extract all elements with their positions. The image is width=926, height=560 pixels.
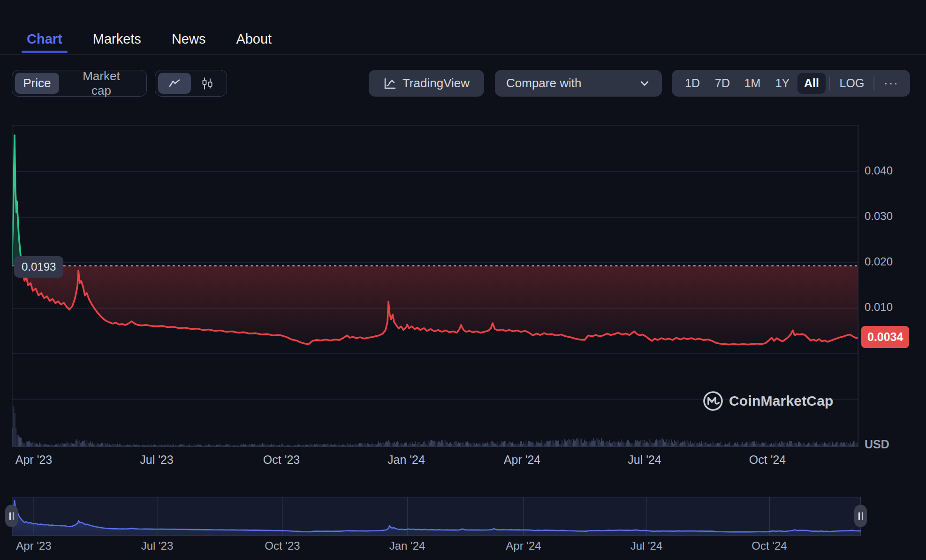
x-axis-label: Oct '23 — [263, 453, 300, 467]
handle-grip-icon — [9, 512, 11, 520]
y-axis-label: 0.030 — [865, 210, 893, 223]
chart-type-toggle — [155, 70, 227, 97]
current-price-badge: 0.0034 — [861, 326, 909, 348]
tradingview-label: TradingView — [402, 76, 470, 91]
navigator-x-axis: Apr '23Jul '23Oct '23Jan '24Apr '24Jul '… — [0, 539, 926, 556]
tab-chart[interactable]: Chart — [27, 31, 62, 47]
handle-grip-icon — [858, 512, 860, 520]
currency-label: USD — [865, 438, 889, 451]
coinmarketcap-logo-icon — [702, 390, 724, 412]
x-axis-label: Jul '24 — [630, 539, 663, 552]
open-price-value: 0.0193 — [22, 260, 56, 273]
tab-markets[interactable]: Markets — [93, 31, 141, 47]
navigator-right-handle[interactable] — [854, 505, 867, 527]
x-axis-label: Oct '24 — [749, 453, 786, 467]
x-axis-label: Oct '24 — [751, 539, 787, 552]
range-1d-button[interactable]: 1D — [677, 73, 707, 94]
y-axis-label: 0.040 — [865, 164, 893, 177]
active-tab-underline — [22, 51, 68, 53]
x-axis-label: Oct '23 — [265, 539, 300, 552]
x-axis-label: Apr '24 — [506, 539, 541, 552]
x-axis: Apr '23Jul '23Oct '23Jan '24Apr '24Jul '… — [0, 453, 926, 470]
range-1y-button[interactable]: 1Y — [767, 73, 797, 94]
handle-grip-icon — [13, 512, 14, 520]
compare-with-label: Compare with — [506, 76, 581, 91]
line-chart-icon — [169, 79, 180, 88]
range-7d-button[interactable]: 7D — [707, 73, 737, 94]
crypto-chart-page: Chart Markets News About Price Market ca… — [0, 0, 926, 560]
candlestick-icon — [202, 77, 213, 90]
y-axis-label: 0.020 — [865, 255, 893, 268]
x-axis-label: Apr '23 — [16, 539, 51, 552]
handle-grip-icon — [862, 512, 863, 520]
coinmarketcap-watermark: CoinMarketCap — [702, 389, 834, 413]
x-axis-label: Jul '23 — [141, 539, 174, 552]
open-price-label: 0.0193 — [14, 256, 63, 278]
tabs-border — [0, 54, 926, 55]
x-axis-label: Jan '24 — [387, 453, 425, 467]
tab-about-label: About — [236, 31, 272, 46]
navigator-left-handle[interactable] — [5, 505, 18, 527]
x-axis-label: Apr '23 — [15, 453, 52, 467]
red-area-fill — [22, 266, 858, 345]
tradingview-button[interactable]: TradingView — [369, 70, 484, 97]
x-axis-label: Apr '24 — [504, 453, 540, 467]
top-divider — [0, 11, 926, 11]
metric-toggle: Price Market cap — [12, 70, 147, 97]
coinmarketcap-wordmark: CoinMarketCap — [729, 393, 834, 409]
tab-markets-label: Markets — [93, 31, 141, 46]
tab-about[interactable]: About — [236, 31, 272, 47]
tab-bar: Chart Markets News About — [27, 28, 272, 50]
range-1m-button[interactable]: 1M — [737, 73, 767, 94]
y-axis-label: 0.010 — [865, 301, 893, 314]
line-chart-type-button[interactable] — [158, 73, 191, 94]
x-axis-label: Jul '24 — [628, 453, 661, 467]
candlestick-chart-type-button[interactable] — [191, 73, 224, 94]
range-navigator[interactable] — [12, 497, 861, 536]
tab-chart-label: Chart — [27, 31, 62, 46]
range-all-button[interactable]: All — [797, 73, 826, 94]
tradingview-icon — [383, 77, 396, 90]
chevron-down-icon — [638, 77, 651, 90]
tab-news[interactable]: News — [172, 31, 206, 47]
divider — [829, 76, 830, 91]
market-cap-toggle-button[interactable]: Market cap — [59, 73, 144, 94]
x-axis-label: Jul '23 — [140, 453, 173, 467]
y-axis: 0.0400.0300.0200.010 — [865, 0, 921, 560]
price-toggle-button[interactable]: Price — [15, 73, 59, 94]
tab-news-label: News — [172, 31, 206, 46]
compare-with-dropdown[interactable]: Compare with — [495, 70, 662, 97]
x-axis-label: Jan '24 — [389, 539, 425, 552]
current-price-value: 0.0034 — [867, 330, 903, 344]
